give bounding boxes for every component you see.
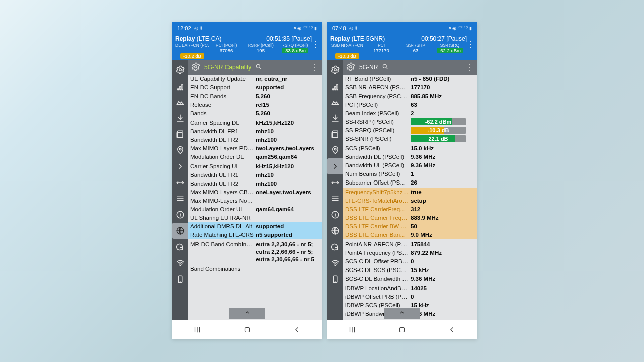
data-row[interactable]: SS-RSRQ (PSCell)-10.3 dB [343, 126, 477, 135]
data-row[interactable]: UE Capability Updatenr, eutra_nr [188, 75, 322, 83]
rail-icon[interactable] [172, 174, 188, 191]
tab-label[interactable]: 5G-NR [358, 64, 379, 71]
rail-icon[interactable] [172, 223, 188, 239]
nav-home-icon[interactable] [397, 325, 407, 335]
data-row[interactable]: Bandwidth DL FR1mhz10 [188, 127, 322, 136]
data-row[interactable]: Num Beams (PSCell)1 [343, 170, 477, 178]
data-row[interactable]: Bandwidth UL FR2mhz100 [188, 179, 322, 188]
row-key: SS-RSRP (PSCell) [345, 118, 411, 126]
rail-icon[interactable] [327, 158, 343, 174]
data-row[interactable]: RF Band (PSCell)n5 - 850 (FDD) [343, 75, 477, 83]
data-row[interactable]: SCS (PSCell)15.0 kHz [343, 144, 477, 153]
rail-icon[interactable] [172, 191, 188, 207]
data-row[interactable]: SCS-C DL Bandwidth (P…9.36 MHz [343, 275, 477, 283]
appbar-overflow-icon[interactable]: ⋮ [467, 35, 475, 53]
data-row[interactable]: Carrier Spacing ULkHz15,kHz120 [188, 162, 322, 171]
row-value: mhz100 [256, 136, 319, 144]
rail-icon[interactable] [327, 255, 343, 271]
rail-icon[interactable] [327, 191, 343, 207]
data-row[interactable]: Beam Index (PSCell)2 [343, 109, 477, 118]
data-row[interactable]: Modulation Order DLqam256,qam64 [188, 153, 322, 161]
rail-icon[interactable] [327, 223, 343, 239]
tab-label[interactable]: 5G-NR Capability [203, 64, 252, 71]
data-row[interactable]: Carrier Spacing DLkHz15,kHz120 [188, 119, 322, 127]
data-row[interactable]: Releaserel15 [188, 101, 322, 109]
data-row[interactable]: SSB Frequency (PSCell)885.85 MHz [343, 92, 477, 101]
data-row[interactable]: EN-DC Bands5,260 [188, 92, 322, 101]
data-row[interactable]: Modulation Order ULqam64,qam64 [188, 205, 322, 214]
appbar-overflow-icon[interactable]: ⋮ [312, 35, 320, 53]
nav-back-icon[interactable] [292, 325, 302, 335]
gear-icon[interactable] [191, 62, 200, 73]
svg-rect-3 [182, 84, 183, 90]
data-row[interactable]: SCS-C DL SCS (PSCell)15 kHz [343, 266, 477, 275]
tab-overflow-icon[interactable]: ⋮ [466, 63, 474, 72]
data-row[interactable]: SSB NR-ARFCN (PSCell)177170 [343, 83, 477, 92]
rail-icon[interactable] [327, 78, 343, 94]
data-row[interactable]: FrequencyShift7p5khz (…true [343, 188, 477, 197]
rail-icon[interactable] [327, 110, 343, 126]
data-row[interactable]: EN-DC Supportsupported [188, 83, 322, 92]
data-row[interactable]: Max MIMO-Layers PDSC…twoLayers,twoLayers [188, 144, 322, 153]
data-row[interactable]: SS-RSRP (PSCell)-62.2 dBm [343, 118, 477, 126]
rail-icon[interactable] [327, 207, 343, 223]
data-row[interactable]: Bandwidth UL (PSCell)9.36 MHz [343, 161, 477, 170]
nav-recents-icon[interactable] [192, 325, 202, 335]
data-row[interactable]: Max MIMO-Layers NonC… [188, 197, 322, 205]
rail-icon[interactable] [327, 142, 343, 158]
drag-handle-icon[interactable] [229, 308, 265, 319]
rail-icon[interactable] [172, 271, 188, 287]
row-value: 15 kHz [411, 266, 474, 274]
data-row[interactable]: Band Combinations [188, 265, 322, 274]
rail-icon[interactable] [172, 207, 188, 223]
rail-icon[interactable] [172, 110, 188, 126]
data-row[interactable]: PCI (PSCell)63 [343, 101, 477, 109]
rail-icon[interactable] [327, 174, 343, 191]
rail-icon[interactable] [172, 94, 188, 110]
row-key: DSS LTE Carrier Bandwi… [345, 231, 411, 239]
rail-icon[interactable] [172, 142, 188, 158]
nav-home-icon[interactable] [242, 325, 252, 335]
data-row[interactable]: Max MIMO-Layers CB P…oneLayer,twoLayers [188, 188, 322, 197]
data-row[interactable]: PointA Frequency (PSC…879.22 MHz [343, 249, 477, 257]
gear-icon[interactable] [346, 62, 355, 73]
data-row[interactable]: DSS LTE Carrier Frequen…883.9 MHz [343, 214, 477, 222]
data-row[interactable]: iDBWP LocationAndBan…14025 [343, 284, 477, 293]
data-row[interactable]: Bandwidth DL FR2mhz100 [188, 136, 322, 144]
data-row[interactable]: UL Sharing EUTRA-NR [188, 214, 322, 222]
rail-icon[interactable] [172, 78, 188, 94]
rail-icon[interactable] [327, 271, 343, 287]
tab-overflow-icon[interactable]: ⋮ [311, 63, 319, 72]
rail-icon[interactable] [327, 126, 343, 142]
svg-point-41 [350, 65, 352, 68]
rail-icon[interactable] [172, 255, 188, 271]
data-row[interactable]: Rate Matching LTE-CRSn5 supported [188, 231, 322, 239]
data-row[interactable]: Subcarrier Offset (PSCell)26 [343, 178, 477, 187]
nav-back-icon[interactable] [447, 325, 457, 335]
data-row[interactable]: PointA NR-ARFCN (PSC…175844 [343, 240, 477, 249]
rail-icon[interactable] [172, 239, 188, 255]
search-icon[interactable] [255, 63, 262, 72]
metric-value: 63 [398, 48, 433, 53]
data-row[interactable]: DSS LTE Carrier BW PRB…50 [343, 222, 477, 231]
data-row[interactable]: iDBWP Offset PRB (PSC…0 [343, 293, 477, 301]
data-row[interactable]: DSS LTE CarrierFreqDL (…312 [343, 205, 477, 214]
data-row[interactable]: Bands5,260 [188, 109, 322, 118]
rail-icon[interactable] [327, 94, 343, 110]
data-row[interactable]: SCS-C DL Offset PRB (P…0 [343, 257, 477, 266]
data-row[interactable]: Additional DMRS DL-Altsupported [188, 222, 322, 231]
rail-icon[interactable] [172, 62, 188, 78]
data-row[interactable]: DSS LTE Carrier Bandwi…9.0 MHz [343, 231, 477, 239]
drag-handle-icon[interactable] [384, 308, 420, 319]
data-row[interactable]: Bandwdith UL FR1mhz10 [188, 171, 322, 179]
rail-icon[interactable] [327, 62, 343, 78]
data-row[interactable]: MR-DC Band Combinati…eutra 2,2,30,66 - n… [188, 240, 322, 264]
rail-icon[interactable] [172, 126, 188, 142]
data-row[interactable]: SS-SINR (PSCell)22.1 dB [343, 135, 477, 143]
data-row[interactable]: Bandwidth DL (PSCell)9.36 MHz [343, 153, 477, 161]
search-icon[interactable] [382, 63, 389, 72]
nav-recents-icon[interactable] [347, 325, 357, 335]
rail-icon[interactable] [327, 239, 343, 255]
rail-icon[interactable] [172, 158, 188, 174]
data-row[interactable]: LTE-CRS-ToMatchAroun…setup [343, 197, 477, 205]
